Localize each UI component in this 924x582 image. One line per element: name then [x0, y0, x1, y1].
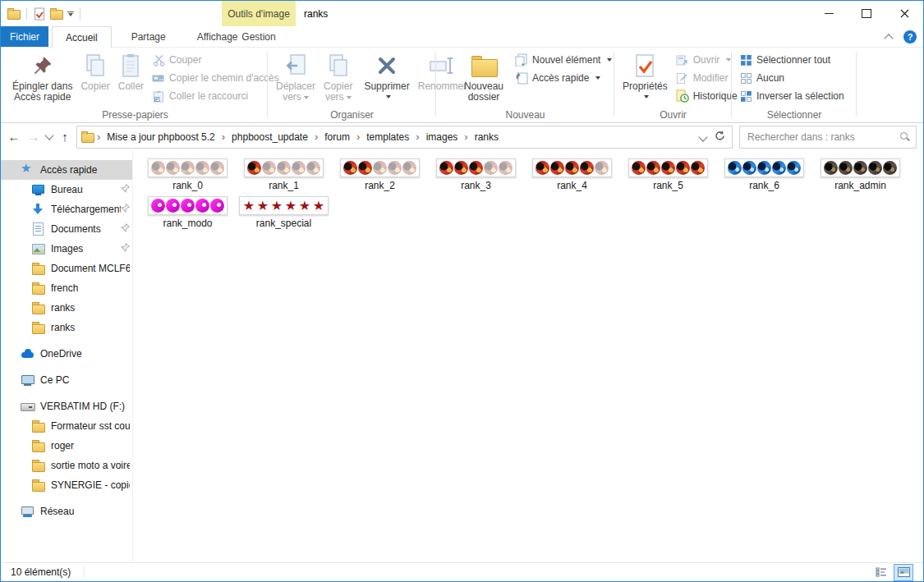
properties-quick-icon[interactable]: [33, 7, 46, 21]
file-item[interactable]: rank_0: [140, 158, 236, 191]
sidebar-item-label: VERBATIM HD (F:): [40, 401, 125, 412]
sidebar-item[interactable]: Images: [1, 239, 132, 259]
up-button[interactable]: ↑: [55, 127, 75, 147]
quick-access-star-icon: [21, 163, 35, 176]
help-icon[interactable]: ?: [903, 30, 917, 44]
folder-icon: [31, 301, 46, 314]
paste-shortcut-button[interactable]: Coller le raccourci: [148, 87, 283, 105]
file-item[interactable]: rank_modo: [140, 196, 236, 229]
invert-selection-label: Inverser la sélection: [756, 90, 844, 102]
tab-file[interactable]: Fichier: [1, 26, 48, 47]
paste-button[interactable]: Coller: [114, 49, 148, 108]
file-item[interactable]: rank_admin: [812, 158, 908, 191]
select-all-button[interactable]: Sélectionner tout: [735, 51, 848, 69]
open-button[interactable]: Ouvrir: [672, 51, 742, 69]
invert-selection-button[interactable]: Inverser la sélection: [735, 87, 848, 105]
select-none-button[interactable]: Aucun: [735, 69, 848, 87]
sidebar-item[interactable]: Accès rapide: [1, 160, 132, 180]
tab-home[interactable]: Accueil: [52, 26, 112, 48]
new-item-label: Nouvel élément: [532, 54, 600, 66]
sidebar-item[interactable]: OneDrive: [1, 344, 132, 364]
sidebar-item[interactable]: sortie moto a voire: [1, 456, 132, 475]
file-item[interactable]: rank_3: [428, 158, 524, 191]
sidebar-item-label: Accès rapide: [40, 164, 97, 176]
thumbnail-view-button[interactable]: [894, 564, 913, 581]
tab-share[interactable]: Partage: [118, 26, 179, 47]
back-button[interactable]: ←: [4, 127, 24, 147]
properties-button[interactable]: Propriétés: [618, 49, 672, 108]
breadcrumb-segment[interactable]: Mise a jour phpboost 5.2: [101, 127, 220, 147]
edit-button[interactable]: Modifier: [672, 69, 742, 87]
sidebar-item[interactable]: Documents: [1, 219, 132, 239]
refresh-icon[interactable]: [715, 131, 725, 144]
history-button[interactable]: Historique: [672, 87, 742, 105]
sidebar-item[interactable]: ranks: [1, 318, 132, 337]
helmet-icon: [499, 161, 513, 175]
delete-button[interactable]: Supprimer: [360, 49, 413, 108]
star-icon: ★: [312, 199, 325, 213]
sidebar-item[interactable]: ranks: [1, 298, 132, 318]
sidebar-item[interactable]: Bureau: [1, 180, 132, 199]
copy-to-button[interactable]: Copiervers: [319, 49, 356, 108]
tab-manage[interactable]: Gestion: [222, 26, 296, 47]
helmet-icon: [151, 199, 165, 213]
file-item[interactable]: rank_5: [620, 158, 716, 191]
minimize-button[interactable]: [810, 1, 848, 26]
sidebar-item[interactable]: Réseau: [1, 502, 132, 521]
sidebar-item[interactable]: Téléchargements: [1, 199, 132, 219]
star-icon: ★: [284, 199, 297, 213]
file-item[interactable]: rank_6: [716, 158, 812, 191]
breadcrumb-segment[interactable]: phpboost_update: [226, 127, 314, 147]
paste-label: Coller: [118, 81, 144, 92]
cut-button[interactable]: Couper: [148, 51, 283, 69]
address-box[interactable]: › Mise a jour phpboost 5.2 › phpboost_up…: [76, 126, 733, 149]
move-to-button[interactable]: Déplacervers: [272, 49, 319, 108]
new-item-button[interactable]: Nouvel élément: [511, 51, 616, 69]
sidebar-item[interactable]: Document MCLF69: [1, 259, 132, 278]
file-item[interactable]: rank_2: [332, 158, 428, 191]
maximize-icon: [862, 9, 871, 18]
helmet-icon: [595, 161, 609, 175]
sidebar-item[interactable]: VERBATIM HD (F:): [1, 396, 132, 416]
sidebar-item[interactable]: Formateur sst cour: [1, 416, 132, 436]
recent-locations-icon[interactable]: [44, 127, 55, 147]
search-icon[interactable]: [899, 131, 910, 142]
sidebar-item[interactable]: Ce PC: [1, 370, 132, 390]
quick-access-button[interactable]: Accès rapide: [511, 69, 616, 87]
new-folder-quick-icon[interactable]: [50, 7, 63, 20]
sidebar-item-label: sortie moto a voire: [51, 460, 130, 471]
pin-to-quick-access-button[interactable]: Épingler dansAccès rapide: [8, 49, 76, 108]
file-item[interactable]: rank_4: [524, 158, 620, 191]
file-item[interactable]: ★★★★★★ rank_special: [236, 196, 332, 229]
new-folder-button[interactable]: Nouveaudossier: [460, 49, 508, 108]
paste-shortcut-icon: [152, 89, 165, 103]
breadcrumb-segment[interactable]: templates: [361, 127, 415, 147]
helmet-icon: [151, 161, 165, 175]
details-view-button[interactable]: [871, 564, 891, 581]
close-button[interactable]: [885, 1, 923, 26]
breadcrumb-segment[interactable]: forum: [319, 127, 356, 147]
file-list[interactable]: rank_0 rank_1 rank_2 rank_3 rank_4 rank_…: [133, 150, 923, 562]
folder-icon: [31, 282, 46, 295]
search-input[interactable]: [746, 131, 899, 144]
cloud-icon: [21, 347, 35, 360]
address-dropdown-icon[interactable]: [700, 131, 706, 143]
maximize-button[interactable]: [848, 1, 885, 26]
sidebar-item[interactable]: roger: [1, 436, 132, 456]
sidebar-item[interactable]: french: [1, 278, 132, 298]
minimize-ribbon-icon[interactable]: [884, 34, 893, 43]
forward-button[interactable]: →: [24, 127, 44, 147]
copy-path-button[interactable]: Copier le chemin d'accès: [148, 69, 283, 87]
sidebar-item[interactable]: SYNERGIE - copie: [1, 475, 132, 495]
quick-access-label: Accès rapide: [532, 72, 589, 84]
customize-qat-icon[interactable]: [67, 11, 74, 16]
helmet-icon: [181, 199, 195, 213]
document-icon: [31, 222, 46, 236]
star-icon: ★: [242, 199, 255, 213]
folder-icon: [31, 262, 46, 275]
file-item[interactable]: rank_1: [236, 158, 332, 191]
breadcrumb-segment[interactable]: images: [421, 127, 464, 147]
copy-button[interactable]: Copier: [76, 49, 113, 108]
group-label-clipboard: Presse-papiers: [3, 109, 267, 122]
breadcrumb-segment[interactable]: ranks: [469, 127, 504, 147]
